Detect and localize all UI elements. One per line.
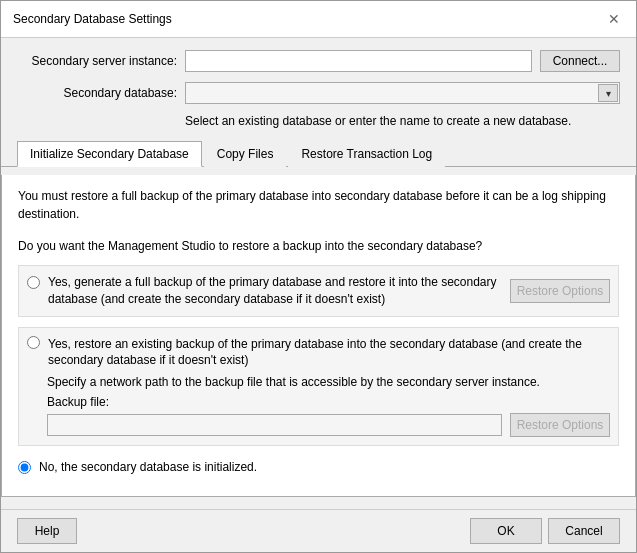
database-input[interactable] xyxy=(185,82,620,104)
backup-file-label: Backup file: xyxy=(47,395,610,409)
dropdown-arrow-icon[interactable]: ▾ xyxy=(598,84,618,102)
restore-options-button-1[interactable]: Restore Options xyxy=(510,279,610,303)
database-row: Secondary database: ▾ xyxy=(17,82,620,104)
footer-right: OK Cancel xyxy=(470,518,620,544)
info-text: You must restore a full backup of the pr… xyxy=(18,187,619,223)
option2-radio-row: Yes, restore an existing backup of the p… xyxy=(27,336,610,370)
server-row: Secondary server instance: Connect... xyxy=(17,50,620,72)
option2-row: Yes, restore an existing backup of the p… xyxy=(18,327,619,447)
option1-row: Yes, generate a full backup of the prima… xyxy=(18,265,619,317)
question-text: Do you want the Management Studio to res… xyxy=(18,237,619,255)
option1-radio[interactable] xyxy=(27,276,40,289)
option2-label: Yes, restore an existing backup of the p… xyxy=(48,336,610,370)
tab-content: You must restore a full backup of the pr… xyxy=(1,175,636,497)
network-path-text: Specify a network path to the backup fil… xyxy=(47,375,610,389)
option3-row: No, the secondary database is initialize… xyxy=(18,460,619,474)
backup-section: Backup file: Restore Options xyxy=(47,395,610,437)
tab-restore-transaction-log[interactable]: Restore Transaction Log xyxy=(288,141,445,167)
server-label: Secondary server instance: xyxy=(17,54,177,68)
help-button[interactable]: Help xyxy=(17,518,77,544)
tab-copy-files[interactable]: Copy Files xyxy=(204,141,287,167)
backup-row: Restore Options xyxy=(47,413,610,437)
cancel-button[interactable]: Cancel xyxy=(548,518,620,544)
tabs-bar: Initialize Secondary Database Copy Files… xyxy=(1,140,636,167)
backup-file-input[interactable] xyxy=(47,414,502,436)
option3-label: No, the secondary database is initialize… xyxy=(39,460,257,474)
dialog-footer: Help OK Cancel xyxy=(1,509,636,552)
option2-radio[interactable] xyxy=(27,336,40,349)
close-button[interactable]: ✕ xyxy=(604,9,624,29)
option3-radio[interactable] xyxy=(18,461,31,474)
dialog-title: Secondary Database Settings xyxy=(13,12,172,26)
database-dropdown-wrapper: ▾ xyxy=(185,82,620,104)
hint-text: Select an existing database or enter the… xyxy=(185,114,620,128)
dialog-content: Secondary server instance: Connect... Se… xyxy=(1,38,636,509)
title-bar: Secondary Database Settings ✕ xyxy=(1,1,636,38)
tab-initialize[interactable]: Initialize Secondary Database xyxy=(17,141,202,167)
database-label: Secondary database: xyxy=(17,86,177,100)
dialog: Secondary Database Settings ✕ Secondary … xyxy=(0,0,637,553)
ok-button[interactable]: OK xyxy=(470,518,542,544)
restore-options-button-2[interactable]: Restore Options xyxy=(510,413,610,437)
connect-button[interactable]: Connect... xyxy=(540,50,620,72)
footer-left: Help xyxy=(17,518,77,544)
server-input[interactable] xyxy=(185,50,532,72)
